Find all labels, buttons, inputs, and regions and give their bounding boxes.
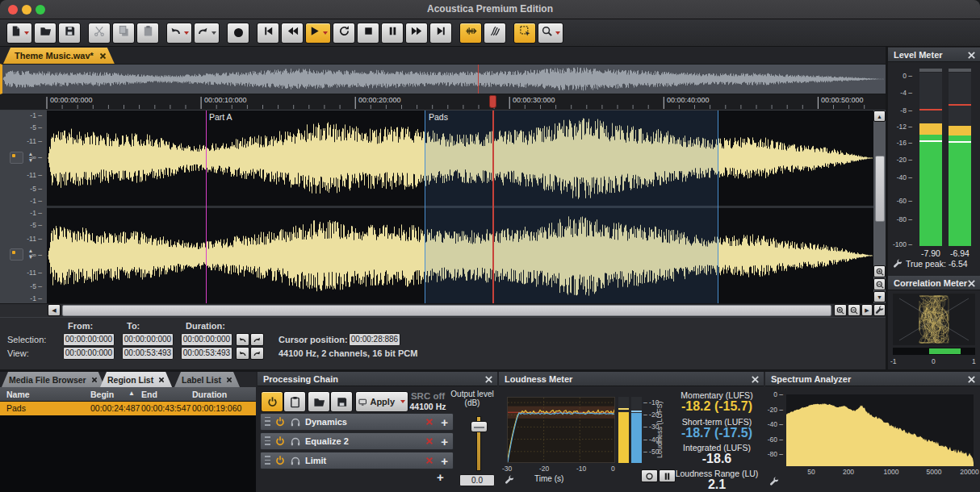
output-level-slider-thumb[interactable] bbox=[471, 421, 488, 432]
tab-label-list[interactable]: Label List bbox=[174, 372, 240, 387]
remove-icon[interactable] bbox=[425, 417, 434, 427]
undo-button[interactable] bbox=[166, 23, 192, 44]
region-row-pads[interactable]: Pads 00:00:24:487 00:00:43:547 00:00:19:… bbox=[0, 402, 256, 415]
loop-button[interactable] bbox=[333, 23, 355, 44]
copy-button[interactable] bbox=[112, 23, 135, 44]
level-meter-settings-wrench-icon[interactable] bbox=[893, 259, 903, 269]
timeline-ruler[interactable]: 00:00:00:00000:00:10:00000:00:20:00000:0… bbox=[0, 94, 886, 110]
marker-line-part-a[interactable] bbox=[206, 110, 207, 303]
pause-button[interactable] bbox=[381, 23, 404, 44]
zoom-out-horizontal-button[interactable] bbox=[848, 304, 861, 316]
spectrum-settings-wrench-icon[interactable] bbox=[769, 477, 780, 487]
view-settings-button[interactable] bbox=[873, 304, 886, 316]
column-name[interactable]: Name bbox=[6, 390, 30, 399]
headphones-icon[interactable] bbox=[290, 436, 301, 447]
new-file-button[interactable] bbox=[6, 23, 32, 44]
zoom-in-vertical-button[interactable] bbox=[873, 265, 886, 277]
view-from-field[interactable]: 00:00:00:000 bbox=[63, 347, 115, 360]
open-file-button[interactable] bbox=[34, 23, 57, 44]
record-button[interactable] bbox=[227, 23, 249, 44]
chain-save-button[interactable] bbox=[330, 391, 353, 412]
loudness-meter-close-icon[interactable] bbox=[751, 375, 760, 384]
paste-button[interactable] bbox=[136, 23, 159, 44]
fast-forward-button[interactable] bbox=[405, 23, 428, 44]
tab-close-icon[interactable] bbox=[99, 52, 107, 60]
view-undo-button[interactable] bbox=[236, 347, 249, 360]
redo-button[interactable] bbox=[194, 23, 220, 44]
playhead-handle[interactable] bbox=[489, 95, 496, 108]
selection-duration-field[interactable]: 00:00:00:000 bbox=[181, 333, 232, 346]
tab-region-list[interactable]: Region List bbox=[100, 372, 172, 387]
stop-button[interactable] bbox=[357, 23, 379, 44]
play-button[interactable] bbox=[305, 23, 331, 44]
document-tab[interactable]: Theme Music.wav* bbox=[3, 48, 115, 64]
add-after-icon[interactable]: + bbox=[441, 415, 448, 429]
cut-button[interactable] bbox=[88, 23, 111, 44]
cursor-position-field[interactable]: 00:00:28:886 bbox=[349, 333, 400, 346]
zoom-tool-button[interactable] bbox=[538, 23, 563, 44]
chain-apply-button[interactable]: Apply bbox=[355, 391, 408, 412]
channel-select-right-button[interactable] bbox=[10, 248, 23, 261]
headphones-icon[interactable] bbox=[290, 455, 301, 466]
go-to-start-button[interactable] bbox=[257, 23, 279, 44]
selection-tool-button[interactable] bbox=[513, 23, 536, 44]
rewind-button[interactable] bbox=[281, 23, 304, 44]
loudness-reset-button[interactable] bbox=[641, 469, 658, 482]
add-after-icon[interactable]: + bbox=[441, 454, 448, 468]
scroll-up-button[interactable]: ▲ bbox=[873, 110, 886, 122]
selection-region[interactable] bbox=[425, 110, 718, 303]
zoom-in-horizontal-button[interactable] bbox=[834, 304, 847, 316]
power-icon[interactable] bbox=[274, 436, 286, 447]
column-begin[interactable]: Begin bbox=[90, 390, 114, 399]
chain-item-equalize[interactable]: Equalize 2 + bbox=[260, 432, 454, 450]
add-after-icon[interactable]: + bbox=[441, 435, 448, 448]
go-to-end-button[interactable] bbox=[429, 23, 452, 44]
tab-close-icon[interactable] bbox=[226, 377, 232, 383]
vertical-scroll-thumb[interactable] bbox=[875, 156, 885, 222]
spectrum-close-icon[interactable] bbox=[967, 375, 976, 384]
view-redo-button[interactable] bbox=[250, 347, 264, 360]
selection-undo-button[interactable] bbox=[236, 333, 249, 346]
chain-clipboard-button[interactable] bbox=[283, 391, 306, 412]
scroll-right-button[interactable]: ▶ bbox=[861, 304, 873, 316]
power-icon[interactable] bbox=[274, 455, 286, 466]
chain-load-button[interactable] bbox=[308, 391, 330, 412]
level-meter-close-icon[interactable] bbox=[967, 51, 976, 60]
loudness-settings-wrench-icon[interactable] bbox=[505, 475, 515, 486]
column-duration[interactable]: Duration bbox=[192, 390, 227, 399]
view-to-field[interactable]: 00:00:53:493 bbox=[122, 347, 174, 360]
selection-redo-button[interactable] bbox=[250, 333, 264, 346]
scroll-down-button[interactable]: ▼ bbox=[873, 291, 886, 302]
waveform-view-button[interactable] bbox=[459, 23, 482, 44]
selection-from-field[interactable]: 00:00:00:000 bbox=[63, 333, 115, 346]
horizontal-scroll-thumb[interactable] bbox=[62, 305, 831, 316]
chain-enable-button[interactable] bbox=[261, 391, 283, 412]
tab-close-icon[interactable] bbox=[91, 377, 98, 383]
correlation-meter-close-icon[interactable] bbox=[967, 279, 976, 288]
scroll-left-button[interactable]: ◀ bbox=[48, 304, 61, 316]
add-effect-button[interactable]: + bbox=[437, 470, 444, 484]
channel-zoom-spinner-left[interactable]: ▲▼ bbox=[27, 151, 35, 164]
save-file-button[interactable] bbox=[58, 23, 81, 44]
overview-waveform[interactable] bbox=[0, 64, 886, 94]
power-icon[interactable] bbox=[274, 416, 286, 427]
column-end[interactable]: End bbox=[141, 390, 157, 399]
processing-chain-close-icon[interactable] bbox=[484, 375, 493, 384]
drag-handle-icon[interactable] bbox=[265, 436, 270, 446]
spectral-view-button[interactable] bbox=[484, 23, 506, 44]
output-level-value-field[interactable]: 0.0 bbox=[459, 474, 495, 486]
headphones-icon[interactable] bbox=[290, 416, 301, 427]
view-duration-field[interactable]: 00:00:53:493 bbox=[181, 347, 232, 360]
chain-item-limit[interactable]: Limit + bbox=[260, 452, 454, 469]
region-table-header[interactable]: Name Begin ▲ End Duration bbox=[0, 387, 256, 402]
selection-to-field[interactable]: 00:00:00:000 bbox=[122, 333, 174, 346]
channel-select-left-button[interactable] bbox=[10, 152, 23, 164]
zoom-out-vertical-button[interactable] bbox=[873, 278, 886, 290]
channel-zoom-spinner-right[interactable]: ▲▼ bbox=[27, 248, 35, 261]
remove-icon[interactable] bbox=[425, 436, 434, 446]
drag-handle-icon[interactable] bbox=[265, 417, 270, 427]
tab-close-icon[interactable] bbox=[158, 377, 165, 383]
chain-item-dynamics[interactable]: Dynamics + bbox=[260, 413, 454, 431]
drag-handle-icon[interactable] bbox=[265, 456, 270, 465]
tab-media-file-browser[interactable]: Media File Browser bbox=[2, 372, 105, 387]
